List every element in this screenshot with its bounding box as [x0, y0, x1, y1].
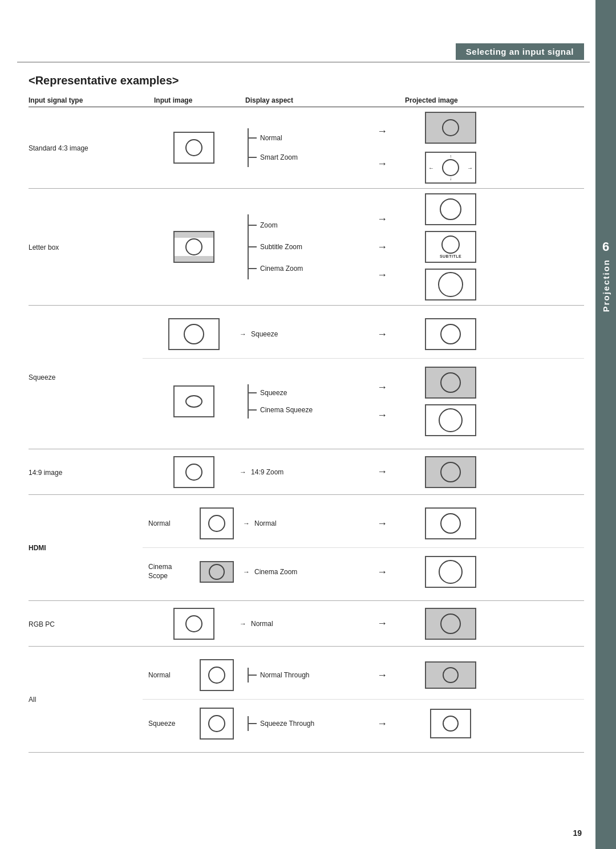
table-row: Squeeze → Squeeze → — [29, 306, 584, 449]
all-sublabel-normal: Normal — [143, 671, 200, 679]
projected-image-box-149 — [425, 456, 476, 488]
cell-projected-letterbox: SUBTITLE — [399, 193, 496, 300]
all-subrow-squeeze: Squeeze Squeeze Through — [143, 700, 584, 748]
projected-image-box — [425, 112, 476, 144]
cell-projected-149 — [399, 456, 496, 488]
cell-display-aspect-rgbpc: → Normal — [234, 620, 365, 628]
aspect-label-squeeze-top: Squeeze — [251, 330, 278, 338]
hdmi-input-cinemascope — [200, 561, 234, 583]
aspect-label-normalthrough: Normal Through — [260, 671, 309, 679]
squeeze-input-top — [143, 318, 234, 350]
col-header-display-aspect: Display aspect — [234, 96, 365, 104]
cell-signal-type-standard43: Standard 4:3 image — [29, 143, 143, 153]
squeeze-subrows: → Squeeze → — [143, 310, 584, 444]
cell-projected-standard43: ← → ↑ ↓ — [399, 112, 496, 184]
hdmi-aspect-cinemascope: → Cinema Zoom — [234, 568, 365, 576]
projected-image-box-smartzoom: ← → ↑ ↓ — [425, 152, 476, 184]
arrow-icon: → — [377, 269, 387, 281]
circle-icon — [438, 272, 463, 297]
page-number: 19 — [573, 828, 582, 838]
arrow-icon: → — [377, 381, 387, 393]
arrow-icon: → — [377, 125, 387, 137]
all-mid-arrow-squeeze: → — [365, 718, 399, 730]
circle-icon — [439, 560, 463, 584]
circle-icon — [440, 324, 461, 344]
all-proj-normal — [399, 661, 496, 689]
aspect-label-cinemazoom-hdmi: Cinema Zoom — [254, 568, 297, 576]
all-sublabel-squeeze: Squeeze — [143, 720, 200, 728]
col-header-input-image: Input image — [143, 96, 234, 104]
signal-type-label-all: All — [29, 696, 36, 704]
oval-icon — [185, 395, 202, 408]
hdmi-aspect-normal: → Normal — [234, 519, 365, 527]
signal-type-label: Squeeze — [29, 373, 55, 381]
circle-icon — [443, 716, 459, 732]
cell-arrows-rgbpc: → — [365, 618, 399, 629]
projected-image-box-cinemazoom — [425, 269, 476, 300]
projected-image-box-subtitle: SUBTITLE — [425, 231, 476, 263]
cell-display-aspect-letterbox: Zoom Subtitle Zoom Cinema Zoom — [234, 214, 365, 279]
table-row: All Normal — [29, 647, 584, 753]
top-divider — [17, 62, 590, 63]
hdmi-subrow-normal: Normal → Normal → — [143, 499, 584, 548]
arrow-icon: → — [377, 618, 387, 629]
circle-icon — [443, 667, 459, 683]
sidebar-number: 6 — [602, 239, 609, 254]
cell-input-image-149 — [143, 456, 234, 488]
cell-projected-rgbpc — [399, 608, 496, 640]
table-row: RGB PC → Normal → — [29, 601, 584, 647]
aspect-label-cinemasqueeze: Cinema Squeeze — [260, 406, 313, 414]
arrow-icon: → — [377, 409, 387, 421]
hdmi-sublabel-normal: Normal — [143, 519, 200, 527]
header-title: Selecting an input signal — [456, 43, 584, 60]
cell-input-image-standard43 — [143, 132, 234, 164]
circle-icon — [440, 513, 461, 534]
input-image-box-squeeze-top — [168, 318, 220, 350]
circle-icon — [185, 238, 202, 255]
projected-image-box-hdmi-cinemascope — [425, 556, 476, 588]
input-image-box — [173, 132, 214, 164]
arrow-icon: → — [377, 718, 387, 730]
signal-type-label: Letter box — [29, 243, 59, 251]
aspect-label-smartzoom: Smart Zoom — [260, 153, 298, 161]
arrow-icon: → — [377, 669, 387, 681]
hdmi-subrows: Normal → Normal → — [143, 499, 584, 596]
circle-icon — [185, 464, 202, 481]
circle-icon — [185, 615, 202, 632]
aspect-label-cinemazoom: Cinema Zoom — [260, 265, 303, 273]
cell-display-aspect-149: → 14:9 Zoom — [234, 468, 365, 476]
column-headers: Input signal type Input image Display as… — [29, 96, 584, 107]
squeeze-subrow-bottom: Squeeze Cinema Squeeze → → — [143, 359, 584, 444]
squeeze-input-bottom — [143, 385, 234, 417]
all-aspect-squeeze: Squeeze Through — [234, 716, 365, 731]
circle-icon — [208, 515, 225, 532]
arrow-icon: → — [377, 241, 387, 253]
arrow-icon: → — [243, 519, 250, 527]
all-proj-squeeze — [399, 709, 496, 738]
cell-signal-type-hdmi: HDMI — [29, 499, 143, 596]
aspect-label-squeeze-b1: Squeeze — [260, 389, 287, 397]
squeeze-aspect-top: → Squeeze — [234, 330, 365, 338]
cell-arrows-standard43: → → — [365, 125, 399, 170]
all-input-squeeze — [200, 708, 234, 740]
all-aspect-normal: Normal Through — [234, 668, 365, 683]
hdmi-mid-arrow-cinemascope: → — [365, 566, 399, 578]
hdmi-input-normal — [200, 507, 234, 539]
circle-icon — [440, 614, 461, 634]
projected-image-box-all-squeeze — [430, 709, 471, 738]
hdmi-proj-normal — [399, 507, 496, 539]
subtitle-label: SUBTITLE — [440, 254, 461, 258]
projected-image-box-hdmi-normal — [425, 507, 476, 539]
circle-icon — [440, 198, 461, 220]
arrow-icon: → — [377, 213, 387, 225]
cell-signal-type-letterbox: Letter box — [29, 242, 143, 252]
input-image-box-hdmi-cinemascope — [200, 561, 234, 583]
cell-input-image-letterbox — [143, 231, 234, 263]
signal-type-label-hdmi: HDMI — [29, 544, 46, 552]
arrow-icon: → — [243, 568, 250, 576]
circle-icon — [208, 715, 225, 732]
squeeze-mid-arrow-top: → — [365, 328, 399, 340]
smart-zoom-arrows: ← → — [426, 165, 475, 171]
all-subrow-normal: Normal Normal Through — [143, 651, 584, 700]
cell-signal-type-149: 14:9 image — [29, 467, 143, 477]
